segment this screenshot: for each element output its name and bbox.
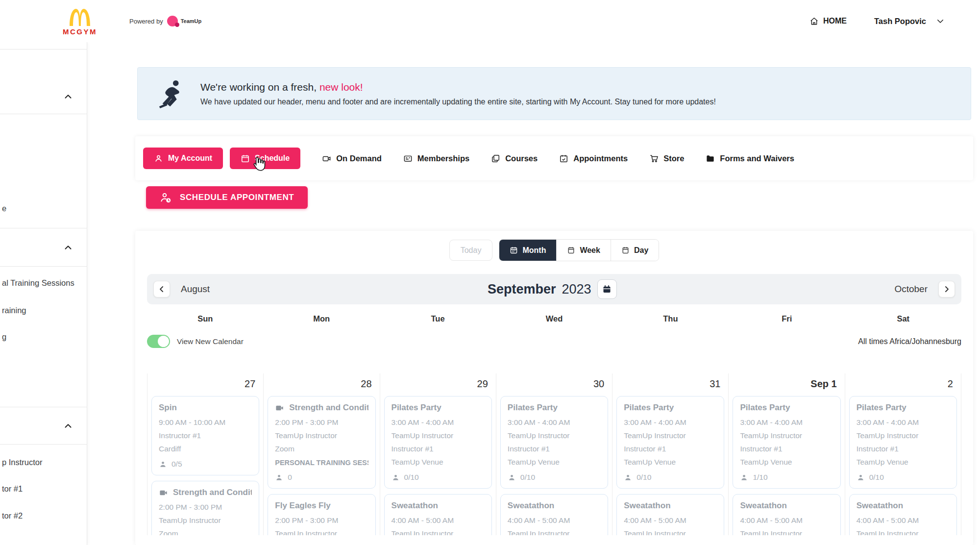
event-card[interactable]: Pilates Party3:00 AM - 4:00 AMTeamUp Ins… — [616, 396, 724, 489]
day-view-button[interactable]: Day — [611, 240, 659, 261]
tab-on-demand[interactable]: On Demand — [322, 154, 382, 163]
date-picker-button[interactable] — [597, 279, 617, 299]
teamup-logo[interactable]: TeamUp — [167, 16, 202, 26]
teamup-brand-name: TeamUp — [181, 18, 202, 24]
event-card[interactable]: Pilates Party3:00 AM - 4:00 AMTeamUp Ins… — [500, 396, 608, 489]
event-title: Spin — [159, 403, 252, 413]
event-card[interactable]: Sweatathon4:00 AM - 5:00 AMTeamUp Instru… — [384, 494, 492, 535]
attendees-icon — [392, 473, 400, 482]
home-icon — [809, 17, 819, 26]
prev-month-button[interactable] — [153, 281, 170, 297]
event-time: 4:00 AM - 5:00 AM — [740, 516, 833, 525]
today-button[interactable]: Today — [449, 240, 493, 261]
event-title: Sweatathon — [392, 501, 485, 511]
event-detail-line: Cardiff — [159, 445, 252, 453]
event-card[interactable]: Sweatathon4:00 AM - 5:00 AMTeamUp Instru… — [733, 494, 840, 535]
event-attendance: 1/10 — [740, 473, 833, 482]
day-number[interactable]: 28 — [268, 373, 375, 391]
sidebar-divider — [0, 444, 87, 445]
event-card[interactable]: Fly Eagles Fly2:00 PM - 3:00 PMTeamUp In… — [268, 494, 375, 535]
event-detail-line: TeamUp Venue — [624, 458, 717, 467]
logo-text: MCGYM — [63, 27, 97, 36]
event-time: 4:00 AM - 5:00 AM — [857, 516, 950, 525]
chevron-up-icon[interactable] — [63, 91, 74, 102]
event-title: Pilates Party — [508, 403, 601, 413]
tab-store[interactable]: Store — [649, 154, 684, 163]
event-time: 9:00 AM - 10:00 AM — [159, 418, 252, 427]
day-number[interactable]: 27 — [151, 373, 259, 391]
next-month-button[interactable] — [938, 281, 955, 297]
sidebar-divider — [0, 49, 87, 50]
event-detail-line: TeamUp Venue — [392, 458, 485, 467]
view-mode-segment: Month Week Day — [499, 239, 659, 261]
event-detail-line: TeamUp Venue — [740, 458, 833, 467]
sidebar-item-partial[interactable]: tor #2 — [2, 511, 23, 520]
day-number[interactable]: Sep 1 — [733, 373, 840, 391]
view-new-calendar-toggle[interactable] — [147, 335, 170, 348]
event-card[interactable]: Strength and Conditioning2:00 PM - 3:00 … — [268, 396, 375, 489]
event-detail-line: Instructor #1 — [508, 445, 601, 453]
next-month-label[interactable]: October — [894, 284, 928, 295]
event-attendance: 0/10 — [857, 473, 950, 482]
event-card[interactable]: Pilates Party3:00 AM - 4:00 AMTeamUp Ins… — [384, 396, 492, 489]
event-card[interactable]: Pilates Party3:00 AM - 4:00 AMTeamUp Ins… — [733, 396, 840, 489]
tab-appointments[interactable]: Appointments — [559, 154, 628, 163]
weekday-header-row: SunMonTueWedThuFriSat — [147, 310, 961, 327]
mcgym-logo[interactable]: MCGYM — [63, 7, 97, 36]
timezone-note: All times Africa/Johannesburg — [858, 337, 961, 346]
sidebar-item-partial[interactable]: p Instructor — [2, 458, 43, 467]
calendar-check-icon — [559, 154, 568, 163]
home-link[interactable]: HOME — [809, 17, 847, 26]
chevron-up-icon[interactable] — [63, 242, 74, 253]
user-menu[interactable]: Tash Popovic — [874, 17, 945, 26]
event-card[interactable]: Pilates Party3:00 AM - 4:00 AMTeamUp Ins… — [849, 396, 957, 489]
sidebar-divider — [0, 407, 87, 407]
event-detail-line: Instructor #1 — [624, 445, 717, 453]
tab-forms-waivers[interactable]: Forms and Waivers — [706, 154, 794, 163]
month-view-button[interactable]: Month — [499, 240, 556, 261]
event-title: Pilates Party — [392, 403, 485, 413]
sidebar-item-partial[interactable]: g — [2, 332, 6, 342]
event-card[interactable]: Sweatathon4:00 AM - 5:00 AMTeamUp Instru… — [500, 494, 608, 535]
new-look-banner: We're working on a fresh, new look! We h… — [137, 67, 971, 120]
day-number[interactable]: 30 — [500, 373, 608, 391]
sidebar-item-partial[interactable]: raining — [2, 306, 26, 315]
weekday-label: Sun — [147, 310, 263, 327]
event-card[interactable]: Strength and Conditioning2:00 PM - 3:00 … — [151, 481, 259, 535]
event-time: 4:00 AM - 5:00 AM — [624, 516, 717, 525]
day-number[interactable]: 29 — [384, 373, 492, 391]
sidebar-item-partial[interactable]: e — [2, 204, 6, 213]
event-time: 2:00 PM - 3:00 PM — [275, 516, 368, 525]
event-detail-line: TeamUp Instructor — [857, 431, 950, 440]
week-view-button[interactable]: Week — [556, 240, 611, 261]
day-column: 2Pilates Party3:00 AM - 4:00 AMTeamUp In… — [845, 373, 961, 535]
weekday-label: Mon — [263, 310, 379, 327]
day-number[interactable]: 2 — [849, 373, 957, 391]
sidebar-item-partial[interactable]: tor #1 — [2, 484, 23, 494]
chevron-up-icon[interactable] — [63, 421, 74, 431]
event-title: Pilates Party — [857, 403, 950, 413]
event-detail-line: Instructor #1 — [857, 445, 950, 453]
day-column: Sep 1Pilates Party3:00 AM - 4:00 AMTeamU… — [728, 373, 844, 535]
event-time: 4:00 AM - 5:00 AM — [392, 516, 485, 525]
attendance-count: 0 — [288, 473, 292, 482]
prev-month-label[interactable]: August — [181, 284, 210, 295]
event-card[interactable]: Sweatathon4:00 AM - 5:00 AMTeamUp Instru… — [616, 494, 724, 535]
person-clock-icon — [160, 192, 172, 204]
sidebar-item-partial[interactable]: al Training Sessions — [2, 278, 74, 288]
event-detail-line: TeamUp Instructor — [392, 431, 485, 440]
day-column: 28Strength and Conditioning2:00 PM - 3:0… — [263, 373, 379, 535]
event-card[interactable]: Sweatathon4:00 AM - 5:00 AMTeamUp Instru… — [849, 494, 957, 535]
schedule-appointment-button[interactable]: SCHEDULE APPOINTMENT — [146, 186, 308, 209]
event-detail-line: Zoom — [159, 529, 252, 535]
chevron-left-icon — [157, 284, 167, 294]
event-time: 3:00 AM - 4:00 AM — [857, 418, 950, 427]
tab-my-account[interactable]: My Account — [143, 148, 223, 169]
tab-memberships[interactable]: Memberships — [403, 154, 469, 163]
event-title: Sweatathon — [740, 501, 833, 511]
tab-courses[interactable]: Courses — [491, 154, 538, 163]
event-card[interactable]: Spin9:00 AM - 10:00 AMInstructor #1Cardi… — [151, 396, 259, 475]
day-number[interactable]: 31 — [616, 373, 724, 391]
calendar-section: Today Month Week Day — [135, 231, 973, 545]
event-detail-line: TeamUp Instructor — [392, 529, 485, 535]
